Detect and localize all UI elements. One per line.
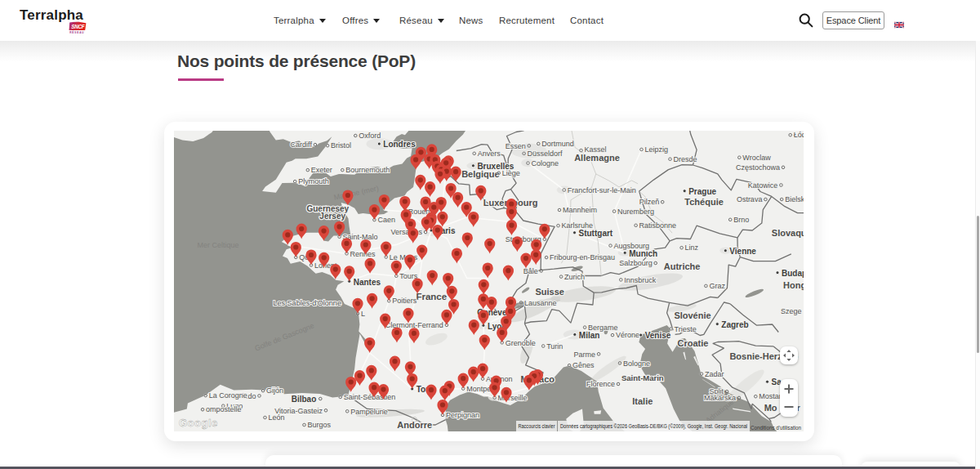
svg-text:Bologne: Bologne <box>623 360 650 368</box>
svg-text:Makarska: Makarska <box>704 394 736 402</box>
svg-text:Turin: Turin <box>546 342 563 351</box>
svg-text:Bournemouth: Bournemouth <box>345 166 390 174</box>
svg-text:Caen: Caen <box>377 216 395 224</box>
svg-text:Dortmund: Dortmund <box>541 140 574 148</box>
svg-text:Ratisbonne: Ratisbonne <box>639 221 677 230</box>
svg-text:Częstochowa: Częstochowa <box>736 163 780 172</box>
svg-text:Trieste: Trieste <box>675 325 697 333</box>
svg-text:Łódź: Łódź <box>794 131 804 139</box>
svg-text:Google: Google <box>179 417 218 429</box>
svg-text:Burgos: Burgos <box>308 421 332 429</box>
svg-text:Allemagne: Allemagne <box>574 153 620 163</box>
svg-text:Ostrava: Ostrava <box>737 195 763 203</box>
svg-text:Düsseldorf: Düsseldorf <box>528 150 564 158</box>
svg-text:Saint-Sébastien: Saint-Sébastien <box>344 393 396 401</box>
svg-text:Salzbourg: Salzbourg <box>619 259 653 267</box>
svg-text:Essen: Essen <box>506 142 526 150</box>
svg-text:Tchéquie: Tchéquie <box>684 197 723 207</box>
svg-text:Suisse: Suisse <box>535 287 564 297</box>
svg-text:Raccourcis clavier: Raccourcis clavier <box>519 423 556 429</box>
svg-text:Cardiff: Cardiff <box>291 141 313 149</box>
svg-text:Jersey: Jersey <box>319 212 345 221</box>
svg-text:Montpel: Montpel <box>466 385 492 393</box>
svg-text:Mostar: Mostar <box>759 392 782 400</box>
svg-text:Brno: Brno <box>733 216 749 224</box>
svg-text:Poitiers: Poitiers <box>392 297 417 305</box>
svg-text:Gijón: Gijón <box>266 386 283 395</box>
svg-text:Gênes: Gênes <box>572 361 595 369</box>
svg-text:Hongr: Hongr <box>783 280 804 290</box>
svg-text:Linz: Linz <box>685 243 699 252</box>
svg-text:Zagreb: Zagreb <box>721 320 748 329</box>
svg-text:Bergame: Bergame <box>588 324 618 332</box>
svg-text:Italie: Italie <box>632 396 653 406</box>
svg-text:Bâle: Bâle <box>523 267 538 275</box>
svg-text:Les Sables-d'Olonne: Les Sables-d'Olonne <box>274 299 341 307</box>
svg-text:Mo: Mo <box>764 403 777 413</box>
svg-text:Fribourg-en-Brisgau: Fribourg-en-Brisgau <box>550 253 615 261</box>
svg-text:Kassel: Kassel <box>585 145 607 154</box>
svg-text:Vérone: Vérone <box>616 331 639 339</box>
svg-text:Vienne: Vienne <box>729 247 756 256</box>
svg-text:Stuttgart: Stuttgart <box>579 229 613 238</box>
svg-text:Zurich: Zurich <box>564 273 585 281</box>
svg-text:Innsbruck: Innsbruck <box>624 276 657 284</box>
svg-text:Données cartographiques ©2026: Données cartographiques ©2026 GeoBasis-D… <box>560 423 747 430</box>
svg-text:Conditions d'utilisation: Conditions d'utilisation <box>751 425 801 431</box>
svg-text:Liège: Liège <box>502 169 520 177</box>
svg-text:France: France <box>416 292 447 302</box>
svg-text:Nantes: Nantes <box>354 278 381 287</box>
svg-text:Mannheim: Mannheim <box>563 206 597 214</box>
svg-text:Bielsko-: Bielsko- <box>785 195 804 203</box>
svg-text:L: L <box>361 310 365 318</box>
svg-text:Pampelune: Pampelune <box>350 408 388 416</box>
svg-text:Prague: Prague <box>688 187 716 196</box>
svg-text:Zadar: Zadar <box>705 370 724 378</box>
svg-text:Croatie: Croatie <box>678 338 709 348</box>
svg-text:Bilbao: Bilbao <box>292 395 317 404</box>
svg-text:Milan: Milan <box>579 331 600 340</box>
svg-text:Szege: Szege <box>781 307 802 315</box>
svg-text:ompostelle: ompostelle <box>206 405 242 413</box>
svg-text:La Corogne: La Corogne <box>209 391 247 400</box>
svg-text:Dresde: Dresde <box>674 155 697 163</box>
svg-text:SNCF: SNCF <box>71 24 86 29</box>
svg-text:Rennes: Rennes <box>350 250 376 258</box>
svg-text:Venise: Venise <box>645 331 671 340</box>
svg-text:Perpignan: Perpignan <box>446 411 479 419</box>
svg-text:Nuremberg: Nuremberg <box>617 208 654 216</box>
svg-text:Oxford: Oxford <box>359 132 381 140</box>
svg-text:Bristol: Bristol <box>331 141 351 150</box>
svg-text:Katowice: Katowice <box>748 181 778 190</box>
svg-text:Parme: Parme <box>574 351 596 359</box>
svg-text:Wroclaw: Wroclaw <box>742 154 771 162</box>
svg-text:Londres: Londres <box>383 140 416 149</box>
svg-text:Budap: Budap <box>782 269 804 278</box>
svg-text:Slovaqu: Slovaqu <box>772 228 804 238</box>
svg-text:Lausanne: Lausanne <box>524 299 557 307</box>
svg-text:León: León <box>269 413 285 422</box>
svg-text:Augsbourg: Augsbourg <box>614 242 650 250</box>
svg-text:Slovénie: Slovénie <box>674 310 710 320</box>
svg-text:Florence: Florence <box>586 380 615 388</box>
svg-text:Leipzig: Leipzig <box>645 145 669 154</box>
svg-text:Francfort-sur-le-Main: Francfort-sur-le-Main <box>568 186 636 194</box>
svg-text:RÉSEAU: RÉSEAU <box>69 30 84 34</box>
svg-text:Munich: Munich <box>629 249 657 258</box>
svg-text:Mer Celtique: Mer Celtique <box>198 241 239 249</box>
svg-text:Exeter: Exeter <box>311 166 332 174</box>
svg-text:Graz: Graz <box>709 282 725 290</box>
svg-text:Pilzeň: Pilzeň <box>639 198 660 206</box>
svg-text:Plymouth: Plymouth <box>298 177 329 185</box>
svg-text:Andorre: Andorre <box>397 420 432 430</box>
svg-text:Grenoble: Grenoble <box>506 339 536 347</box>
svg-text:Anvers: Anvers <box>478 150 501 158</box>
svg-text:Cologne: Cologne <box>532 159 559 168</box>
svg-text:Saint-Marin: Saint-Marin <box>621 373 664 382</box>
svg-text:Autriche: Autriche <box>664 261 701 271</box>
